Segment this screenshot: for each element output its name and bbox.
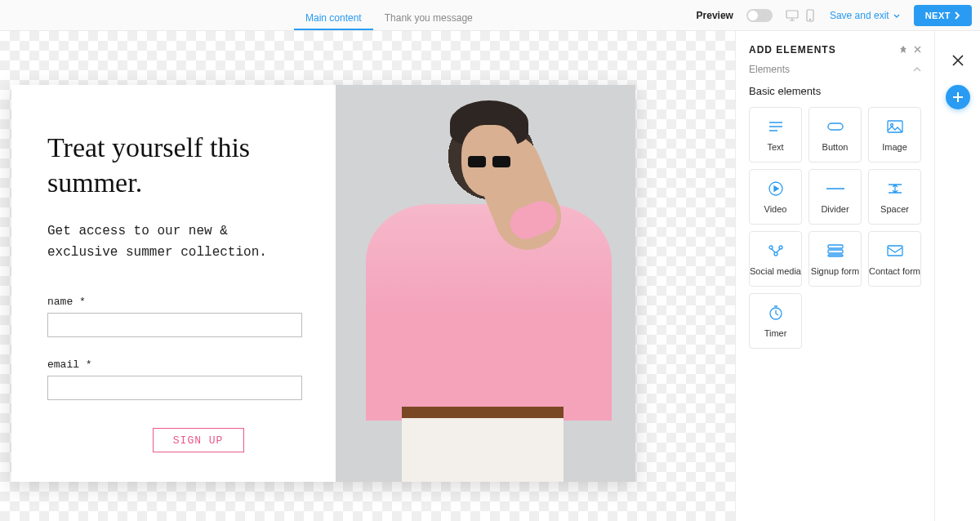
popup-subtitle[interactable]: Get access to our new & exclusive summer… xyxy=(47,221,300,263)
social-icon xyxy=(768,242,784,260)
pin-icon[interactable] xyxy=(899,46,907,54)
svg-point-8 xyxy=(779,246,782,249)
mobile-icon[interactable] xyxy=(804,9,817,22)
spacer-icon xyxy=(888,180,902,198)
element-image[interactable]: Image xyxy=(868,107,921,163)
video-icon xyxy=(768,180,783,198)
preview-label: Preview xyxy=(697,10,733,21)
editor-canvas[interactable]: Treat yourself this summer. Get access t… xyxy=(0,31,735,521)
desktop-icon[interactable] xyxy=(786,9,799,22)
button-icon xyxy=(827,118,844,136)
signup-button[interactable]: SIGN UP xyxy=(153,428,244,452)
next-button[interactable]: NEXT xyxy=(914,5,972,26)
element-signup-form[interactable]: Signup form xyxy=(808,231,862,287)
text-icon xyxy=(768,118,783,136)
group-basic-elements: Basic elements xyxy=(749,85,921,97)
divider-icon xyxy=(826,180,844,198)
svg-rect-12 xyxy=(828,255,843,256)
top-bar: Main content Thank you message Preview S… xyxy=(0,0,980,31)
element-button[interactable]: Button xyxy=(808,107,862,163)
editor-tabs: Main content Thank you message xyxy=(294,0,484,30)
email-label: email * xyxy=(47,358,300,371)
svg-point-9 xyxy=(774,252,777,256)
contact-form-icon xyxy=(887,242,903,260)
svg-rect-11 xyxy=(828,250,843,253)
svg-rect-3 xyxy=(828,123,843,130)
element-video[interactable]: Video xyxy=(749,169,802,225)
timer-icon xyxy=(768,304,783,322)
tab-main-content[interactable]: Main content xyxy=(294,7,373,30)
next-button-label: NEXT xyxy=(925,11,951,20)
tab-thank-you[interactable]: Thank you message xyxy=(373,7,484,30)
element-text[interactable]: Text xyxy=(749,107,802,163)
chevron-up-icon xyxy=(913,67,921,72)
add-button[interactable] xyxy=(946,85,970,109)
svg-rect-13 xyxy=(888,246,902,256)
right-rail xyxy=(934,31,980,521)
email-field[interactable] xyxy=(47,376,302,400)
image-icon xyxy=(887,118,903,136)
svg-point-5 xyxy=(890,124,893,127)
popup-image[interactable] xyxy=(336,85,635,482)
element-spacer[interactable]: Spacer xyxy=(868,169,921,225)
preview-toggle[interactable] xyxy=(746,9,773,22)
name-label: name * xyxy=(47,296,300,308)
signup-form-icon xyxy=(827,242,844,260)
save-and-exit-label: Save and exit xyxy=(830,10,889,21)
element-social-media[interactable]: Social media xyxy=(749,231,802,287)
name-field[interactable] xyxy=(47,313,302,337)
panel-close-icon[interactable] xyxy=(914,46,921,54)
svg-point-7 xyxy=(769,246,773,249)
element-divider[interactable]: Divider xyxy=(808,169,862,225)
save-and-exit-link[interactable]: Save and exit xyxy=(830,10,901,21)
element-contact-form[interactable]: Contact form xyxy=(868,231,921,287)
popup-title[interactable]: Treat yourself this summer. xyxy=(47,131,300,200)
section-elements[interactable]: Elements xyxy=(749,64,921,75)
svg-rect-10 xyxy=(828,245,843,248)
svg-point-2 xyxy=(809,19,810,20)
svg-rect-0 xyxy=(786,11,798,18)
right-sidebar: ADD ELEMENTS Elements Basic elements xyxy=(735,31,980,521)
rail-close-icon[interactable] xyxy=(947,49,969,72)
popup-preview: Treat yourself this summer. Get access t… xyxy=(11,85,635,482)
panel-title: ADD ELEMENTS xyxy=(749,44,921,56)
element-timer[interactable]: Timer xyxy=(749,293,802,349)
